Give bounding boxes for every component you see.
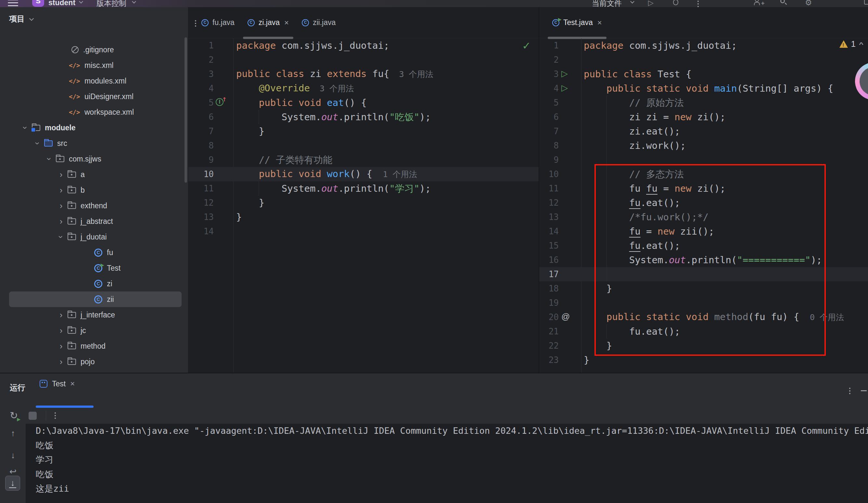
overrides-method-icon[interactable] [216, 98, 224, 106]
code-text[interactable]: } [233, 124, 265, 138]
hide-panel-icon[interactable] [861, 390, 867, 391]
chevron-up-icon[interactable]: ^ [859, 41, 864, 48]
code-text[interactable]: fu = new zii(); [581, 224, 714, 238]
rerun-icon[interactable]: ↻ [10, 410, 18, 421]
tree-item-jc[interactable]: ›jc [0, 323, 188, 338]
close-icon[interactable]: × [284, 18, 289, 27]
tab-zi.java[interactable]: zi.java× [241, 12, 295, 33]
tree-item-a[interactable]: ›a [0, 167, 188, 182]
code-text[interactable]: public static void method(fu fu) { 0 个用法 [581, 310, 844, 325]
code-text[interactable]: zi zi = new zi(); [581, 110, 726, 124]
code-text[interactable]: System.out.println("==========="); [581, 253, 822, 267]
code-text[interactable]: } [233, 210, 242, 224]
inspection-widget[interactable]: 1 ^ [839, 39, 864, 49]
annotation-gutter-icon[interactable]: @ [561, 311, 570, 321]
run-method-icon[interactable]: ▷ [561, 69, 568, 78]
code-text[interactable]: System.out.println("学习"); [233, 181, 431, 196]
run-config-selector[interactable]: 当前文件 [592, 0, 622, 7]
close-icon[interactable]: × [597, 18, 602, 27]
code-text[interactable]: System.out.println("吃饭"); [233, 110, 431, 124]
chevron-right-icon[interactable]: › [54, 311, 68, 319]
code-text[interactable]: fu.eat(); [581, 238, 680, 253]
scroll-to-end-icon[interactable]: ↓ [5, 476, 20, 491]
project-name[interactable]: student [49, 0, 75, 7]
chevron-right-icon[interactable]: › [54, 170, 68, 179]
code-text[interactable]: public class zi extends fu{ 3 个用法 [233, 66, 433, 82]
more-options-icon[interactable] [54, 411, 56, 419]
soft-wrap-icon[interactable]: ↩ [0, 466, 26, 477]
code-text[interactable]: } [233, 196, 265, 210]
tree-item-fu[interactable]: ›fu [0, 245, 188, 260]
code-text[interactable]: @Override 3 个用法 [233, 81, 354, 96]
debug-icon[interactable] [673, 0, 678, 5]
tree-item-misc.xml[interactable]: ›misc.xml [0, 58, 188, 73]
stop-icon[interactable] [29, 412, 37, 420]
project-panel-title[interactable]: 项目 [9, 14, 25, 24]
code-text[interactable]: // 子类特有功能 [233, 153, 332, 167]
code-text[interactable]: zi.work(); [581, 138, 686, 153]
chevron-down-icon[interactable]: › [33, 137, 42, 150]
more-options-icon[interactable] [849, 386, 850, 394]
tab-Test.java[interactable]: Test.java× [546, 12, 608, 33]
scroll-up-icon[interactable]: ↑ [0, 428, 26, 438]
tree-item-j_abstract[interactable]: ›j_abstract [0, 214, 188, 229]
code-text[interactable]: public void work() { 1 个用法 [233, 167, 417, 182]
code-text[interactable]: } [581, 281, 612, 296]
search-icon[interactable] [780, 0, 785, 3]
tree-item-src[interactable]: ›src [0, 135, 188, 151]
tree-item-.gitignore[interactable]: ›.gitignore [0, 42, 188, 58]
tree-scrollbar[interactable] [185, 37, 187, 183]
tree-item-Test[interactable]: ›Test [0, 260, 188, 276]
run-icon[interactable]: ▷ [648, 0, 654, 7]
chevron-right-icon[interactable]: › [54, 202, 68, 210]
code-text[interactable]: fu.eat(); [581, 196, 680, 210]
inspection-ok-icon[interactable]: ✓ [522, 40, 531, 52]
scroll-down-icon[interactable]: ↓ [0, 450, 26, 460]
tree-item-moduele[interactable]: ›moduele [0, 120, 188, 135]
code-text[interactable]: public class Test { [581, 67, 692, 81]
code-with-me-icon[interactable] [754, 0, 761, 5]
tree-item-zii[interactable]: ›zii [9, 291, 182, 307]
code-text[interactable]: } [581, 353, 589, 367]
run-panel-title[interactable]: 运行 [10, 382, 25, 393]
window-control-icon[interactable] [864, 0, 868, 4]
tree-item-b[interactable]: ›b [0, 182, 188, 198]
tree-item-zi[interactable]: ›zi [0, 276, 188, 291]
tree-item-pojo[interactable]: ›pojo [0, 354, 188, 369]
gear-icon[interactable]: ⚙ [805, 0, 812, 7]
code-text[interactable]: zi.eat(); [581, 124, 680, 138]
chevron-right-icon[interactable]: › [54, 217, 68, 226]
code-text[interactable]: fu.eat(); [581, 324, 680, 339]
code-text[interactable]: // 原始方法 [581, 95, 684, 110]
menu-icon[interactable] [8, 0, 18, 6]
chevron-right-icon[interactable]: › [54, 357, 68, 366]
code-text[interactable]: } [581, 339, 612, 353]
close-icon[interactable]: × [70, 379, 75, 388]
chevron-down-icon[interactable]: › [45, 152, 54, 165]
chevron-down-icon[interactable]: › [21, 121, 30, 134]
more-icon[interactable] [698, 0, 699, 7]
tree-item-uiDesigner.xml[interactable]: ›uiDesigner.xml [0, 89, 188, 104]
code-text[interactable]: public void eat() { [233, 95, 367, 110]
vcs-widget[interactable]: 版本控制 [96, 0, 126, 7]
tab-fu.java[interactable]: fu.java [195, 12, 241, 33]
code-text[interactable]: // 多态方法 [581, 167, 684, 181]
code-text[interactable]: package com.sjjws.j_duotai; [581, 38, 737, 53]
run-method-icon[interactable]: ▷ [561, 83, 568, 92]
tab-options-icon[interactable] [195, 19, 196, 27]
tree-item-workspace.xml[interactable]: ›workspace.xml [0, 104, 188, 120]
tree-item-modules.xml[interactable]: ›modules.xml [0, 73, 188, 89]
chevron-right-icon[interactable]: › [54, 342, 68, 350]
code-text[interactable]: public static void main(String[] args) { [581, 81, 833, 95]
tree-item-method[interactable]: ›method [0, 338, 188, 354]
tree-item-com.sjjws[interactable]: ›com.sjjws [0, 151, 188, 167]
chevron-down-icon[interactable] [29, 16, 34, 21]
code-text[interactable]: fu fu = new zi(); [581, 181, 726, 196]
chevron-right-icon[interactable]: › [54, 186, 68, 194]
run-tab-test[interactable]: Test × [40, 379, 75, 388]
tree-item-j_duotai[interactable]: ›j_duotai [0, 229, 188, 245]
chevron-right-icon[interactable]: › [54, 326, 68, 335]
code-text[interactable]: /*fu.work();*/ [581, 210, 709, 224]
code-text[interactable]: package com.sjjws.j_duotai; [233, 38, 389, 53]
tab-zii.java[interactable]: zii.java [295, 12, 342, 33]
